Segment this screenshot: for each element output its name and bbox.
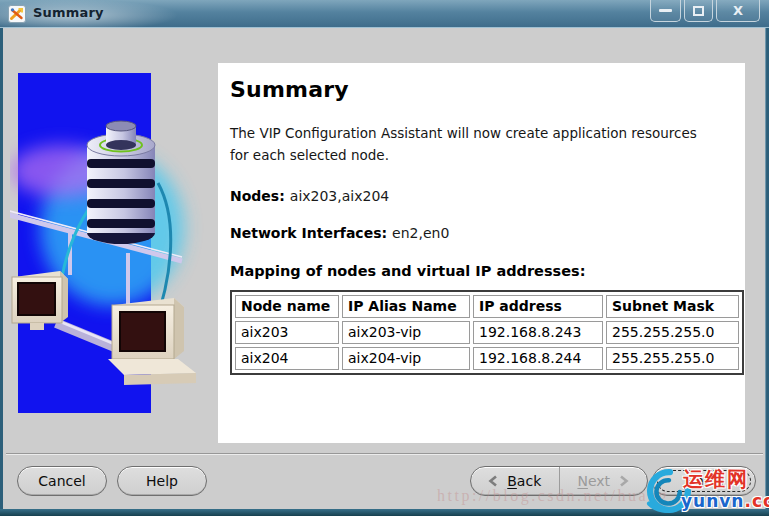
art-monitor-left	[12, 271, 68, 330]
minimize-icon	[659, 9, 672, 12]
network-interfaces-value: en2,en0	[392, 225, 449, 241]
page-title: Summary	[230, 77, 731, 102]
help-button-label: Help	[146, 473, 178, 489]
wizard-artwork	[10, 63, 210, 423]
col-header-node-name: Node name	[235, 295, 339, 318]
minimize-button[interactable]	[650, 0, 681, 22]
next-button-label: Next	[577, 473, 610, 489]
help-button[interactable]: Help	[117, 466, 207, 496]
nodes-label: Nodes:	[230, 188, 285, 204]
art-monitor-right	[108, 298, 196, 385]
cell-ip-address: 192.168.8.243	[473, 321, 603, 344]
maximize-icon	[693, 6, 704, 16]
cell-subnet-mask: 255.255.255.0	[606, 347, 739, 370]
nodes-value: aix203,aix204	[290, 188, 389, 204]
finish-button[interactable]: Finish	[652, 466, 756, 496]
finish-button-label: Finish	[684, 473, 724, 489]
cell-node-name: aix204	[235, 347, 339, 370]
titlebar[interactable]: Summary X	[0, 0, 769, 28]
window-frame-left	[0, 28, 3, 516]
back-button[interactable]: Back	[471, 467, 559, 495]
art-database-cylinder	[87, 121, 155, 244]
network-interfaces-line: Network Interfaces:en2,en0	[230, 225, 731, 241]
cell-ip-alias: aix204-vip	[342, 347, 470, 370]
cancel-button-label: Cancel	[38, 473, 85, 489]
chevron-left-icon	[488, 475, 499, 487]
window-frame-bottom	[0, 509, 769, 516]
close-icon: X	[733, 4, 743, 17]
mapping-heading: Mapping of nodes and virtual IP addresse…	[230, 263, 731, 279]
cell-node-name: aix203	[235, 321, 339, 344]
vip-mapping-table: Node name IP Alias Name IP address Subne…	[230, 290, 744, 375]
nodes-line: Nodes:aix203,aix204	[230, 188, 731, 204]
summary-dialog: Summary X	[0, 0, 769, 516]
page-description: The VIP Configuration Assistant will now…	[230, 122, 710, 167]
network-interfaces-label: Network Interfaces:	[230, 225, 387, 241]
table-row: aix203 aix203-vip 192.168.8.243 255.255.…	[235, 321, 739, 344]
col-header-ip-address: IP address	[473, 295, 603, 318]
col-header-ip-alias: IP Alias Name	[342, 295, 470, 318]
chevron-right-icon	[618, 475, 629, 487]
next-button[interactable]: Next	[559, 467, 648, 495]
maximize-button[interactable]	[684, 0, 713, 22]
cell-ip-address: 192.168.8.244	[473, 347, 603, 370]
content-panel: Summary The VIP Configuration Assistant …	[218, 63, 745, 443]
button-bar-separator	[6, 453, 763, 455]
installer-app-icon	[8, 5, 26, 23]
close-button[interactable]: X	[716, 0, 760, 22]
cell-subnet-mask: 255.255.255.0	[606, 321, 739, 344]
cancel-button[interactable]: Cancel	[17, 466, 107, 496]
table-row: aix204 aix204-vip 192.168.8.244 255.255.…	[235, 347, 739, 370]
back-next-button-group: Back Next	[470, 466, 648, 496]
window-frame-right	[765, 28, 769, 516]
table-header-row: Node name IP Alias Name IP address Subne…	[235, 295, 739, 318]
window-title: Summary	[33, 5, 104, 20]
cell-ip-alias: aix203-vip	[342, 321, 470, 344]
back-button-label: Back	[507, 473, 541, 489]
col-header-subnet-mask: Subnet Mask	[606, 295, 739, 318]
